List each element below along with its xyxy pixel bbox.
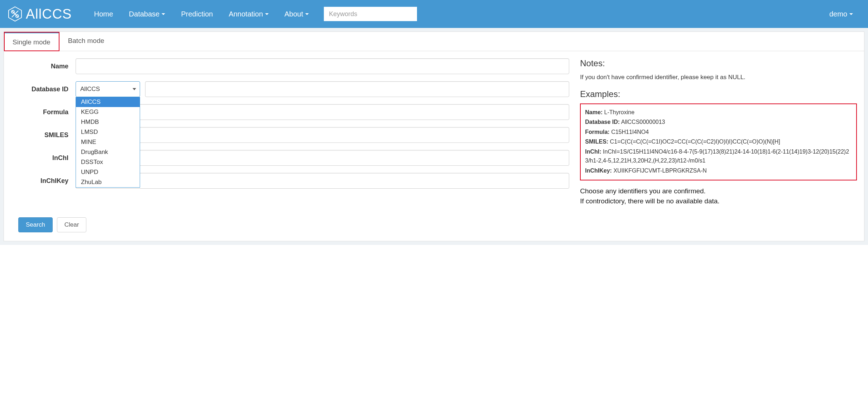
notes-text: If you don't have confirmed identifier, … [580, 73, 857, 82]
ex-smiles-label: SMILES: [585, 139, 608, 145]
clear-button[interactable]: Clear [57, 217, 87, 232]
formula-input[interactable] [76, 104, 569, 120]
ex-inchikey-label: InChIKey: [585, 168, 612, 174]
examples-heading: Examples: [580, 89, 857, 99]
inchikey-input[interactable] [76, 173, 569, 189]
label-formula: Formula [11, 108, 76, 116]
dropdown-option-hmdb[interactable]: HMDB [76, 117, 140, 127]
footer-note-line2: If controdictory, there will be no avail… [580, 196, 857, 207]
nav-about-label: About [284, 10, 303, 18]
nav-database[interactable]: Database [129, 10, 166, 18]
content: Name Database ID AllCCS AllCCS KEGG HMD [4, 51, 864, 217]
label-name: Name [11, 63, 76, 70]
notes-column: Notes: If you don't have confirmed ident… [569, 58, 857, 207]
brand-link[interactable]: AllCCS [7, 6, 72, 22]
dropdown-option-dsstox[interactable]: DSSTox [76, 157, 140, 167]
tab-batch-mode[interactable]: Batch mode [59, 32, 113, 51]
label-database-id: Database ID [11, 86, 76, 93]
dropdown-option-drugbank[interactable]: DrugBank [76, 147, 140, 157]
button-row: Search Clear [4, 217, 864, 241]
dropdown-option-mine[interactable]: MINE [76, 137, 140, 147]
database-id-input[interactable] [145, 81, 569, 97]
dropdown-option-unpd[interactable]: UNPD [76, 167, 140, 177]
user-menu[interactable]: demo [829, 10, 853, 18]
keywords-search-input[interactable] [324, 7, 417, 21]
ex-name-value: L-Thyroxine [604, 109, 634, 115]
ex-dbid-label: Database ID: [585, 119, 620, 125]
database-dropdown: AllCCS KEGG HMDB LMSD MINE DrugBank DSST… [76, 97, 140, 188]
smiles-input[interactable] [76, 127, 569, 143]
label-inchi: InChI [11, 154, 76, 162]
dropdown-option-allccs[interactable]: AllCCS [76, 97, 140, 107]
database-select-value: AllCCS [80, 86, 100, 93]
notes-heading: Notes: [580, 58, 857, 68]
inchi-input[interactable] [76, 150, 569, 166]
database-select-wrap: AllCCS AllCCS KEGG HMDB LMSD MINE DrugBa… [76, 81, 140, 97]
navbar: AllCCS Home Database Prediction Annotati… [0, 0, 868, 28]
nav-prediction[interactable]: Prediction [181, 10, 213, 18]
tab-bar: Single mode Batch mode [4, 32, 864, 51]
footer-note-line1: Choose any identifiers you are confirmed… [580, 186, 857, 197]
ex-name-label: Name: [585, 109, 603, 115]
nav-about[interactable]: About [284, 10, 309, 18]
chevron-down-icon [849, 13, 853, 15]
chevron-down-icon [305, 13, 309, 15]
page-wrap: Single mode Batch mode Name Database ID … [0, 28, 868, 245]
ex-dbid-value: AllCCS00000013 [621, 119, 665, 125]
chevron-down-icon [162, 13, 165, 15]
footer-note: Choose any identifiers you are confirmed… [580, 186, 857, 207]
tab-single-mode[interactable]: Single mode [4, 32, 59, 51]
nav-database-label: Database [129, 10, 160, 18]
chevron-down-icon [265, 13, 269, 15]
nav-home-label: Home [94, 10, 113, 18]
database-select[interactable]: AllCCS [76, 81, 140, 97]
ex-inchikey-value: XUIIKFGFIJCVMT-LBPRGKRZSA-N [613, 168, 706, 174]
example-box: Name: L-Thyroxine Database ID: AllCCS000… [580, 103, 857, 180]
search-button[interactable]: Search [18, 217, 53, 232]
ex-inchi-label: InChI: [585, 149, 601, 155]
user-label: demo [829, 10, 847, 18]
form-column: Name Database ID AllCCS AllCCS KEGG HMD [11, 58, 569, 207]
label-inchikey: InChIKey [11, 177, 76, 185]
dropdown-option-kegg[interactable]: KEGG [76, 107, 140, 117]
ex-formula-value: C15H11I4NO4 [611, 129, 649, 135]
nav-list: Home Database Prediction Annotation Abou… [86, 7, 861, 21]
brand-hex-icon [7, 6, 23, 22]
nav-annotation[interactable]: Annotation [229, 10, 269, 18]
name-input[interactable] [76, 58, 569, 74]
brand-text: AllCCS [26, 6, 72, 22]
label-smiles: SMILES [11, 131, 76, 139]
chevron-down-icon [133, 88, 136, 90]
dropdown-option-zhulab[interactable]: ZhuLab [76, 177, 140, 187]
main-panel: Single mode Batch mode Name Database ID … [4, 32, 864, 241]
nav-prediction-label: Prediction [181, 10, 213, 18]
nav-annotation-label: Annotation [229, 10, 263, 18]
nav-home[interactable]: Home [94, 10, 113, 18]
dropdown-option-lmsd[interactable]: LMSD [76, 127, 140, 137]
ex-formula-label: Formula: [585, 129, 609, 135]
ex-inchi-value: InChI=1S/C15H11I4NO4/c16-8-4-7(5-9(17)13… [585, 149, 849, 164]
ex-smiles-value: C1=C(C(=C(C(=C1I)OC2=CC(=C(C(=C2)I)O)I)I… [610, 139, 780, 145]
